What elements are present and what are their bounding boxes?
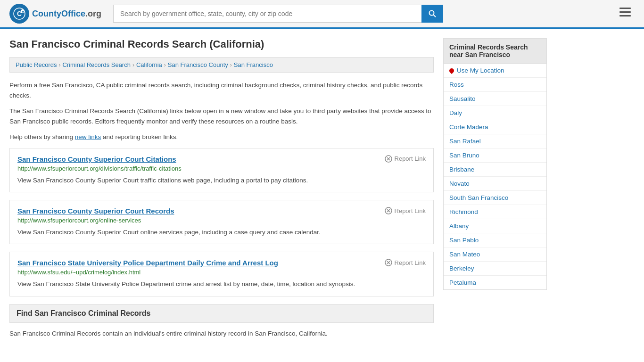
report-label-2: Report Link	[395, 207, 426, 214]
breadcrumb-sep-3: ›	[164, 62, 166, 68]
location-richmond-link[interactable]: Richmond	[449, 208, 478, 215]
location-brisbane-link[interactable]: Brisbane	[449, 166, 474, 173]
sidebar-list: Use My Location Ross Sausalito Daly Cort…	[443, 64, 547, 290]
desc3-after: and reporting broken links.	[101, 133, 178, 140]
svg-point-4	[429, 11, 434, 16]
report-icon-2	[385, 207, 392, 214]
content-area: San Francisco Criminal Records Search (C…	[9, 38, 443, 338]
result-desc-1: View San Francisco County Superior Court…	[17, 176, 426, 185]
result-url-3: http://www.sfsu.edu/~upd/crimelog/index.…	[17, 269, 426, 276]
svg-rect-6	[619, 8, 631, 9]
sidebar-item-berkeley[interactable]: Berkeley	[444, 262, 546, 276]
svg-line-5	[434, 15, 436, 17]
report-link-1[interactable]: Report Link	[385, 155, 426, 163]
location-corte-madera-link[interactable]: Corte Madera	[449, 123, 488, 131]
breadcrumb-criminal-records[interactable]: Criminal Records Search	[62, 61, 131, 68]
site-header: C ★ CountyOffice.org	[0, 0, 644, 29]
description-1: Perform a free San Francisco, CA public …	[9, 80, 434, 100]
report-label-3: Report Link	[395, 259, 426, 266]
section-heading: Find San Francisco Criminal Records	[9, 304, 434, 323]
sidebar-item-ross[interactable]: Ross	[444, 78, 546, 92]
location-san-mateo-link[interactable]: San Mateo	[449, 251, 480, 258]
sidebar-item-richmond[interactable]: Richmond	[444, 205, 546, 219]
sidebar-item-novato[interactable]: Novato	[444, 177, 546, 191]
svg-rect-8	[619, 15, 631, 16]
search-button[interactable]	[421, 5, 443, 23]
result-title-1[interactable]: San Francisco County Superior Court Cita…	[17, 155, 176, 163]
location-petaluma-link[interactable]: Petaluma	[449, 279, 476, 286]
sidebar-title: Criminal Records Search near San Francis…	[443, 38, 547, 64]
breadcrumb-sep-4: ›	[230, 62, 232, 68]
location-san-pablo-link[interactable]: San Pablo	[449, 237, 479, 244]
report-label-1: Report Link	[395, 155, 426, 162]
sidebar-item-south-sf[interactable]: South San Francisco	[444, 191, 546, 205]
breadcrumb-sf[interactable]: San Francisco	[234, 61, 273, 68]
svg-rect-7	[619, 11, 631, 13]
sidebar-item-sausalito[interactable]: Sausalito	[444, 92, 546, 106]
location-san-rafael-link[interactable]: San Rafael	[449, 138, 481, 145]
location-ross-link[interactable]: Ross	[449, 81, 464, 88]
location-south-sf-link[interactable]: South San Francisco	[449, 194, 508, 201]
report-icon-1	[385, 155, 392, 163]
breadcrumb-sf-county[interactable]: San Francisco County	[168, 61, 228, 68]
main-container: San Francisco Criminal Records Search (C…	[0, 29, 644, 338]
location-berkeley-link[interactable]: Berkeley	[449, 265, 474, 272]
breadcrumb-sep-2: ›	[132, 62, 134, 68]
location-sausalito-link[interactable]: Sausalito	[449, 95, 476, 102]
sidebar: Criminal Records Search near San Francis…	[443, 38, 547, 338]
result-desc-3: View San Francisco State University Poli…	[17, 280, 426, 289]
breadcrumb-california[interactable]: California	[136, 61, 162, 68]
sidebar-item-san-pablo[interactable]: San Pablo	[444, 233, 546, 247]
result-card-2: San Francisco County Superior Court Reco…	[9, 200, 434, 244]
logo-icon: C ★	[9, 4, 29, 24]
logo-suffix: .org	[85, 9, 101, 18]
search-bar	[113, 5, 443, 23]
sidebar-item-brisbane[interactable]: Brisbane	[444, 163, 546, 177]
search-icon	[429, 10, 436, 17]
location-pin-icon	[448, 67, 455, 74]
sidebar-item-corte-madera[interactable]: Corte Madera	[444, 120, 546, 134]
result-url-2: http://www.sfsuperiorcourt.org/online-se…	[17, 217, 426, 224]
result-title-3[interactable]: San Francisco State University Police De…	[17, 259, 278, 267]
location-san-bruno-link[interactable]: San Bruno	[449, 152, 479, 159]
result-card-3: San Francisco State University Police De…	[9, 252, 434, 296]
page-title: San Francisco Criminal Records Search (C…	[9, 38, 434, 50]
result-header-3: San Francisco State University Police De…	[17, 259, 426, 267]
sidebar-item-petaluma[interactable]: Petaluma	[444, 276, 546, 289]
use-my-location-link[interactable]: Use My Location	[457, 67, 504, 74]
breadcrumb-public-records[interactable]: Public Records	[16, 61, 57, 68]
sidebar-item-san-bruno[interactable]: San Bruno	[444, 148, 546, 163]
result-header-2: San Francisco County Superior Court Reco…	[17, 207, 426, 215]
breadcrumb-sep-1: ›	[58, 62, 60, 68]
result-desc-2: View San Francisco County Superior Court…	[17, 228, 426, 237]
result-card-1: San Francisco County Superior Court Cita…	[9, 148, 434, 192]
menu-button[interactable]	[616, 6, 635, 22]
hamburger-icon	[619, 8, 631, 17]
location-albany-link[interactable]: Albany	[449, 222, 469, 230]
sidebar-item-albany[interactable]: Albany	[444, 219, 546, 233]
report-link-2[interactable]: Report Link	[385, 207, 426, 214]
result-header-1: San Francisco County Superior Court Cita…	[17, 155, 426, 163]
new-links-link[interactable]: new links	[75, 133, 101, 140]
sidebar-item-daly[interactable]: Daly	[444, 106, 546, 120]
logo-text: CountyOffice.org	[32, 9, 101, 19]
result-url-1: http://www.sfsuperiorcourt.org/divisions…	[17, 165, 426, 172]
location-daly-link[interactable]: Daly	[449, 109, 462, 116]
sidebar-item-san-mateo[interactable]: San Mateo	[444, 247, 546, 262]
result-title-2[interactable]: San Francisco County Superior Court Reco…	[17, 207, 174, 215]
desc3-before: Help others by sharing	[9, 133, 75, 140]
description-3: Help others by sharing new links and rep…	[9, 132, 434, 142]
description-2: The San Francisco Criminal Records Searc…	[9, 106, 434, 126]
report-icon-3	[385, 259, 392, 266]
section-text: San Francisco Criminal Records contain a…	[9, 329, 434, 339]
sidebar-use-location[interactable]: Use My Location	[444, 64, 546, 78]
report-link-3[interactable]: Report Link	[385, 259, 426, 266]
sidebar-item-san-rafael[interactable]: San Rafael	[444, 134, 546, 148]
logo-area: C ★ CountyOffice.org	[9, 4, 104, 24]
logo-brand: CountyOffice	[32, 9, 85, 18]
breadcrumb: Public Records › Criminal Records Search…	[9, 57, 434, 73]
location-novato-link[interactable]: Novato	[449, 180, 470, 187]
search-input[interactable]	[113, 5, 421, 23]
